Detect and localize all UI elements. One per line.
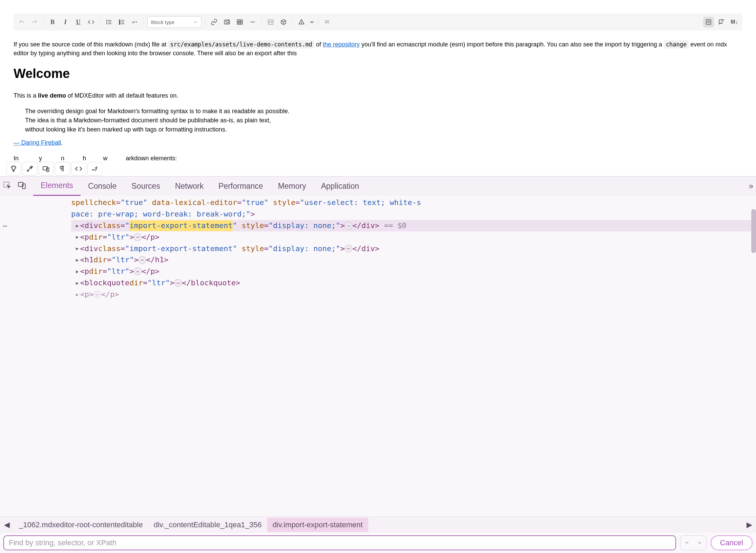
code-inline-button[interactable]: [86, 17, 97, 27]
svg-line-38: [12, 166, 12, 167]
svg-rect-17: [237, 20, 243, 24]
diff-mode-button[interactable]: [716, 17, 727, 27]
svg-point-29: [325, 22, 326, 23]
dom-line-selected[interactable]: ▶<div class="import-export-statement" st…: [71, 220, 756, 231]
more-actions-icon[interactable]: ⋯: [3, 221, 7, 231]
lightbulb-icon[interactable]: [6, 162, 21, 176]
paragraph[interactable]: If you see the source code of this markd…: [14, 40, 742, 58]
dom-line[interactable]: ▶<blockquote dir="ltr">⋯</blockquote>: [71, 277, 756, 289]
dom-line[interactable]: pace: pre-wrap; word-break: break-word;"…: [71, 208, 756, 220]
paragraph-icon[interactable]: [55, 162, 70, 176]
tab-memory[interactable]: Memory: [271, 177, 314, 196]
svg-text:3: 3: [119, 23, 120, 25]
tab-elements[interactable]: Elements: [33, 176, 81, 196]
search-prev-icon[interactable]: [680, 536, 693, 550]
search-next-icon[interactable]: [693, 536, 706, 550]
blockquote[interactable]: The overriding design goal for Markdown'…: [14, 107, 742, 134]
draw-icon[interactable]: [87, 162, 102, 176]
crumb-segment[interactable]: _1062.mdxeditor-root-contenteditable: [14, 518, 148, 532]
codeblock-button[interactable]: [265, 17, 276, 27]
tab-console[interactable]: Console: [81, 177, 124, 196]
tab-network[interactable]: Network: [168, 177, 211, 196]
blockquote-line: The overriding design goal for Markdown'…: [25, 107, 742, 116]
block-type-label: Block type: [151, 19, 174, 25]
paragraph[interactable]: This is a live demo of MDXEditor with al…: [14, 91, 742, 100]
tab-performance[interactable]: Performance: [211, 177, 271, 196]
bullet-list-button[interactable]: [104, 17, 114, 27]
inline-code: src/examples/assets/live-demo-contents.m…: [168, 40, 314, 48]
tab-application[interactable]: Application: [314, 177, 367, 196]
underline-button[interactable]: U: [73, 17, 84, 27]
dom-line[interactable]: ▶<p dir="ltr">⋯</p>: [71, 266, 756, 277]
editor-content[interactable]: If you see the source code of this markd…: [14, 40, 742, 163]
citation-link[interactable]: — Daring Fireball: [14, 139, 61, 146]
hr-button[interactable]: [247, 17, 258, 27]
inspect-icon[interactable]: [3, 181, 12, 191]
text: h: [83, 155, 86, 162]
dom-line[interactable]: ▶<h1 dir="ltr">⋯</h1>: [71, 254, 756, 266]
heading-1[interactable]: Welcome: [14, 64, 742, 83]
editor-toolbar: B I U 123 Block type M↓: [14, 14, 742, 30]
text: of: [316, 41, 323, 48]
image-button[interactable]: [222, 17, 232, 27]
tab-sources[interactable]: Sources: [124, 177, 167, 196]
search-nav: [680, 535, 707, 550]
cancel-button[interactable]: Cancel: [711, 535, 753, 550]
crumb-scroll-left[interactable]: ◀: [0, 520, 14, 529]
checklist-button[interactable]: [129, 17, 140, 27]
scrollbar[interactable]: [751, 196, 756, 516]
block-type-select[interactable]: Block type: [147, 16, 202, 28]
rich-text-mode-button[interactable]: [703, 17, 714, 27]
link-button[interactable]: [209, 17, 219, 27]
devtools-panel: Elements Console Sources Network Perform…: [0, 176, 756, 553]
svg-point-5: [107, 23, 107, 24]
separator: [43, 18, 44, 26]
bold-button[interactable]: B: [47, 17, 58, 27]
svg-point-27: [327, 20, 328, 21]
dom-line[interactable]: spellcheck="true" data-lexical-editor="t…: [71, 197, 756, 208]
svg-point-25: [301, 23, 302, 24]
expand-icon[interactable]: [22, 162, 37, 176]
crumb-scroll-right[interactable]: ▶: [742, 520, 756, 529]
inline-code: change: [664, 40, 689, 48]
dom-line[interactable]: ▶<p>⋯</p>: [71, 289, 756, 300]
dom-line[interactable]: ▶<div class="import-export-statement" st…: [71, 243, 756, 254]
frontmatter-button[interactable]: [322, 17, 333, 27]
text: arkdown elements:: [126, 155, 177, 162]
paragraph-obscured[interactable]: In y n h w arkdown elements:: [14, 154, 742, 163]
italic-button[interactable]: I: [60, 17, 71, 27]
separator: [205, 18, 205, 26]
table-button[interactable]: [234, 17, 245, 27]
numbered-list-button[interactable]: 123: [117, 17, 127, 27]
redo-button[interactable]: [29, 17, 40, 27]
sandpack-button[interactable]: [278, 17, 289, 27]
device-toggle-icon[interactable]: [18, 181, 26, 191]
text: you'll find an ecmascript module (esm) i…: [361, 41, 664, 48]
dom-tree[interactable]: ⋯ spellcheck="true" data-lexical-editor=…: [0, 196, 756, 516]
text: This is a: [14, 92, 38, 99]
text: y: [39, 155, 42, 162]
repo-link[interactable]: the repository: [323, 41, 360, 48]
devtools-tabs: Elements Console Sources Network Perform…: [0, 177, 756, 196]
separator: [144, 18, 144, 26]
chevron-down-icon: [193, 20, 198, 24]
dom-line[interactable]: ▶<p dir="ltr">⋯</p>: [71, 231, 756, 243]
citation[interactable]: — Daring Fireball.: [14, 138, 742, 147]
tabs-overflow-icon[interactable]: »: [749, 181, 753, 191]
code-icon[interactable]: [71, 162, 86, 176]
devices-icon[interactable]: [39, 162, 54, 176]
separator: [318, 18, 319, 26]
crumb-segment[interactable]: div._contentEditable_1qea1_356: [148, 518, 267, 532]
admonition-dropdown[interactable]: [309, 17, 315, 27]
svg-point-28: [328, 20, 329, 21]
svg-line-39: [15, 166, 16, 167]
source-mode-button[interactable]: M↓: [729, 17, 740, 27]
admonition-button[interactable]: [296, 17, 307, 27]
svg-point-14: [226, 21, 227, 22]
crumb-segment-selected[interactable]: div.import-export-statement: [267, 518, 368, 532]
svg-point-31: [328, 22, 329, 23]
svg-point-26: [325, 20, 326, 21]
text: w: [103, 155, 107, 162]
undo-button[interactable]: [16, 17, 27, 27]
search-input[interactable]: [3, 535, 676, 550]
